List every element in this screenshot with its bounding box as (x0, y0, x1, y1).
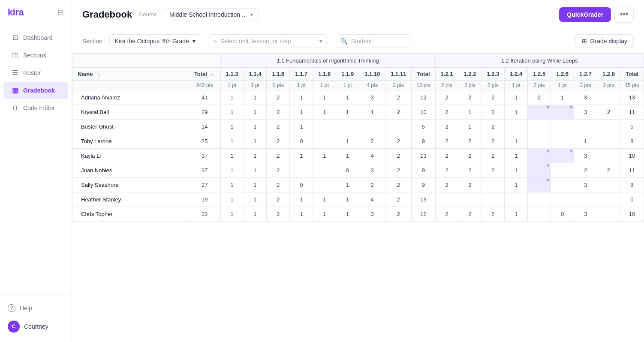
page-title: Gradebook (82, 9, 132, 20)
score-cell: 1 (244, 90, 267, 105)
total-col-header[interactable]: Total ↑↓ (189, 68, 220, 81)
sidebar-nav: ⊡ Dashboard ◫ Sections ☰ Roster ▦ Gradeb… (0, 25, 72, 294)
score-cell: 1 (290, 90, 313, 105)
score-cell: 2 (385, 90, 412, 105)
score-cell: 2 (481, 120, 505, 134)
roster-icon: ☰ (11, 69, 19, 77)
score-cell: 2 (481, 163, 505, 178)
chevron-down-icon: ▾ (250, 12, 253, 18)
score-cell: 0 (551, 207, 574, 222)
sidebar-item-gradebook[interactable]: ▦ Gradebook (3, 82, 68, 99)
total-sort-icon: ↑↓ (211, 72, 215, 77)
gradebook-table-container[interactable]: 1.1 Fundamentals of Algorithmic Thinking… (72, 54, 644, 342)
pts-1-2-7: 3 pts (574, 81, 597, 90)
col-1-2-7: 1.2.7 (574, 68, 597, 81)
unit-lesson-selector[interactable]: ○ Select unit, lesson, or step ▾ (208, 34, 328, 48)
gradebook-body: Adriana Alvarez411121113212222121313Krys… (72, 90, 644, 222)
score-cell: 2 (385, 134, 412, 149)
score-cell: 2 (385, 192, 412, 207)
score-cell: 1 (244, 192, 267, 207)
help-item[interactable]: ? Help (3, 300, 68, 316)
col-1-1-3: 1.1.3 (220, 68, 244, 81)
student-name: Buster Ghost (72, 120, 189, 134)
score-cell: 1 (336, 207, 359, 222)
score-cell: 1 (290, 105, 313, 120)
table-row: Kayla Li3711211142132221310 (72, 149, 644, 163)
score-cell: 2 (458, 134, 481, 149)
help-label: Help (20, 305, 32, 312)
pts-1-2-2: 2 pts (458, 81, 481, 90)
score-cell: 1 (220, 178, 244, 192)
group-header-row: 1.1 Fundamentals of Algorithmic Thinking… (72, 54, 644, 68)
score-cell: 9 (412, 178, 435, 192)
grade-display-button[interactable]: ⊞ Grade display (575, 34, 634, 48)
score-cell: 2 (435, 207, 458, 222)
student-total: 37 (189, 163, 220, 178)
sidebar: kira ⊟ ⊡ Dashboard ◫ Sections ☰ Roster ▦… (0, 0, 72, 342)
quickgrader-button[interactable]: QuickGrader (559, 7, 611, 22)
more-options-button[interactable]: ••• (614, 6, 634, 23)
score-cell (528, 105, 551, 120)
score-cell: 2 (458, 163, 481, 178)
sidebar-item-sections[interactable]: ◫ Sections (3, 47, 68, 63)
score-cell (505, 120, 528, 134)
student-total: 37 (189, 149, 220, 163)
pts-1-2-3: 2 pts (481, 81, 505, 90)
student-name: Chris Topher (72, 207, 189, 222)
score-cell (481, 178, 505, 192)
sidebar-collapse-button[interactable]: ⊟ (57, 8, 64, 17)
score-cell (313, 163, 336, 178)
score-cell: 12 (412, 90, 435, 105)
section-value: Kira the Octopus' 6th Grade (115, 38, 189, 45)
course-selector[interactable]: Middle School Introduction ... ▾ (164, 8, 259, 21)
student-total: 27 (189, 178, 220, 192)
user-item[interactable]: C Courtney (3, 316, 68, 337)
page-header: Gradebook Course Middle School Introduct… (72, 0, 644, 29)
pts-1-2-6: 1 pt (551, 81, 574, 90)
col-g2-total: Total (620, 68, 644, 81)
score-cell (528, 192, 551, 207)
score-cell: 2 (267, 149, 290, 163)
student-name: Sally Seashore (72, 178, 189, 192)
score-cell: 2 (385, 207, 412, 222)
score-cell: 1 (290, 149, 313, 163)
score-cell (597, 134, 620, 149)
col-1-2-5: 1.2.5 (528, 68, 551, 81)
score-cell: 2 (481, 207, 505, 222)
score-cell (551, 178, 574, 192)
sidebar-item-roster[interactable]: ☰ Roster (3, 64, 68, 81)
score-cell: 1 (458, 120, 481, 134)
score-cell (597, 149, 620, 163)
name-col-header[interactable]: Name ↑↓ (72, 68, 189, 81)
score-cell: 9 (412, 163, 435, 178)
student-search[interactable]: 🔍 Student (335, 34, 412, 48)
score-cell (385, 120, 412, 134)
total-label: Total (194, 71, 207, 77)
score-cell: 1 (336, 192, 359, 207)
score-cell: 2 (267, 192, 290, 207)
score-cell (597, 120, 620, 134)
score-cell: 2 (481, 149, 505, 163)
pts-1-2-8: 2 pts (597, 81, 620, 90)
col-1-1-9: 1.1.9 (336, 68, 359, 81)
score-cell: 1 (220, 149, 244, 163)
gradebook-icon: ▦ (11, 86, 19, 94)
score-cell: 1 (220, 163, 244, 178)
score-cell: 0 (290, 134, 313, 149)
avatar-initial: C (12, 324, 16, 330)
score-cell: 1 (505, 149, 528, 163)
score-cell: 4 (359, 192, 385, 207)
score-cell: 2 (385, 149, 412, 163)
col-1-1-4: 1.1.4 (244, 68, 267, 81)
student-name: Adriana Alvarez (72, 90, 189, 105)
score-cell: 0 (290, 178, 313, 192)
sort-icon: ↑↓ (96, 72, 101, 77)
sidebar-item-gradebook-label: Gradebook (23, 87, 55, 94)
score-cell: 2 (267, 207, 290, 222)
sidebar-item-dashboard[interactable]: ⊡ Dashboard (3, 29, 68, 46)
col-1-1-6: 1.1.6 (267, 68, 290, 81)
column-id-row: Name ↑↓ Total ↑↓ 1.1.3 1.1.4 1.1.6 1.1.7… (72, 68, 644, 81)
sidebar-item-code-editor[interactable]: ⟨⟩ Code Editor (3, 99, 68, 116)
section-selector[interactable]: Kira the Octopus' 6th Grade ▾ (109, 34, 201, 48)
pts-1-1-7: 1 pt (290, 81, 313, 90)
